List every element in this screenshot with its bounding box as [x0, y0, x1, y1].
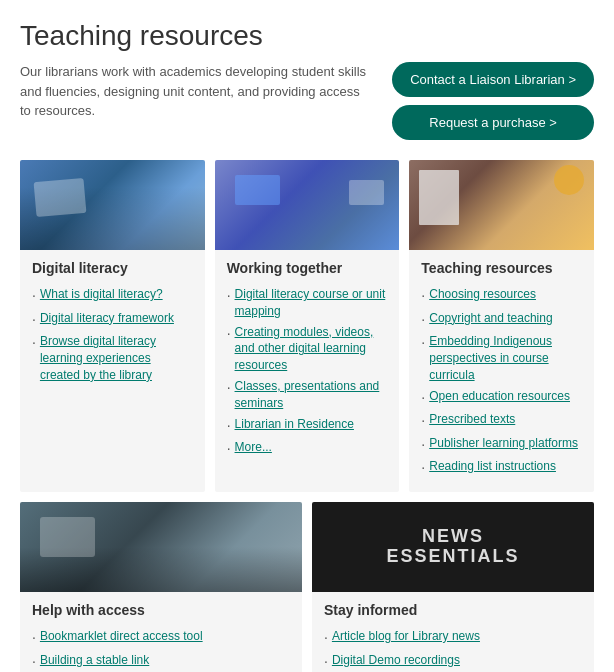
digital-literacy-links: What is digital literacy? Digital litera… — [32, 284, 193, 386]
link-prescribed-texts[interactable]: Prescribed texts — [429, 411, 515, 428]
link-digital-literacy-framework[interactable]: Digital literacy framework — [40, 310, 174, 327]
list-item: Librarian in Residence — [227, 414, 388, 438]
header-description: Our librarians work with academics devel… — [20, 62, 372, 121]
list-item: Publisher learning platforms — [421, 433, 582, 457]
link-reading-list[interactable]: Reading list instructions — [429, 458, 556, 475]
link-choosing-resources[interactable]: Choosing resources — [429, 286, 536, 303]
stay-informed-image: NEWSESSENTIALS — [312, 502, 594, 592]
list-item: Reading list instructions — [421, 456, 582, 480]
list-item: Article blog for Library news — [324, 626, 582, 650]
list-item: Bookmarklet direct access tool — [32, 626, 290, 650]
card-teaching-resources-content: Teaching resources Choosing resources Co… — [409, 250, 594, 492]
card-digital-literacy-title: Digital literacy — [32, 260, 193, 276]
list-item: More... — [227, 437, 388, 461]
card-working-together-content: Working together Digital literacy course… — [215, 250, 400, 473]
link-stable-link[interactable]: Building a stable link — [40, 652, 149, 669]
card-stay-informed: NEWSESSENTIALS Stay informed Article blo… — [312, 502, 594, 672]
list-item: Digital literacy framework — [32, 308, 193, 332]
list-item: Prescribed texts — [421, 409, 582, 433]
list-item: What is digital literacy? — [32, 284, 193, 308]
list-item: Choosing resources — [421, 284, 582, 308]
request-purchase-button[interactable]: Request a purchase > — [392, 105, 594, 140]
link-more[interactable]: More... — [235, 439, 272, 456]
list-item: Digital Demo recordings — [324, 650, 582, 672]
card-digital-literacy: Digital literacy What is digital literac… — [20, 160, 205, 492]
link-digital-demo[interactable]: Digital Demo recordings — [332, 652, 460, 669]
list-item: Copyright and teaching — [421, 308, 582, 332]
link-bookmarklet[interactable]: Bookmarklet direct access tool — [40, 628, 203, 645]
list-item: Open education resources — [421, 386, 582, 410]
page-title: Teaching resources — [20, 20, 594, 52]
card-working-together-title: Working together — [227, 260, 388, 276]
card-stay-informed-content: Stay informed Article blog for Library n… — [312, 592, 594, 672]
card-stay-informed-title: Stay informed — [324, 602, 582, 618]
list-item: Creating modules, videos, and other digi… — [227, 322, 388, 376]
card-help-access-content: Help with access Bookmarklet direct acce… — [20, 592, 302, 672]
card-teaching-resources: Teaching resources Choosing resources Co… — [409, 160, 594, 492]
help-access-links: Bookmarklet direct access tool Building … — [32, 626, 290, 672]
link-open-education[interactable]: Open education resources — [429, 388, 570, 405]
teaching-resources-links: Choosing resources Copyright and teachin… — [421, 284, 582, 480]
contact-librarian-button[interactable]: Contact a Liaison Librarian > — [392, 62, 594, 97]
bottom-cards-grid: Help with access Bookmarklet direct acce… — [20, 502, 594, 672]
list-item: Digital literacy course or unit mapping — [227, 284, 388, 322]
list-item: Classes, presentations and seminars — [227, 376, 388, 414]
card-digital-literacy-content: Digital literacy What is digital literac… — [20, 250, 205, 398]
help-access-image — [20, 502, 302, 592]
link-publisher-platforms[interactable]: Publisher learning platforms — [429, 435, 578, 452]
list-item: Embedding Indigenous perspectives in cou… — [421, 331, 582, 385]
teaching-resources-image — [409, 160, 594, 250]
top-cards-grid: Digital literacy What is digital literac… — [20, 160, 594, 492]
header-section: Our librarians work with academics devel… — [20, 62, 594, 140]
link-what-is-digital-literacy[interactable]: What is digital literacy? — [40, 286, 163, 303]
header-buttons: Contact a Liaison Librarian > Request a … — [392, 62, 594, 140]
stay-informed-links: Article blog for Library news Digital De… — [324, 626, 582, 672]
card-teaching-resources-title: Teaching resources — [421, 260, 582, 276]
link-indigenous-perspectives[interactable]: Embedding Indigenous perspectives in cou… — [429, 333, 582, 383]
link-creating-modules[interactable]: Creating modules, videos, and other digi… — [235, 324, 388, 374]
news-image-text: NEWSESSENTIALS — [386, 527, 519, 567]
digital-literacy-image — [20, 160, 205, 250]
link-librarian-residence[interactable]: Librarian in Residence — [235, 416, 354, 433]
link-article-blog[interactable]: Article blog for Library news — [332, 628, 480, 645]
link-classes-presentations[interactable]: Classes, presentations and seminars — [235, 378, 388, 412]
card-working-together: Working together Digital literacy course… — [215, 160, 400, 492]
link-digital-literacy-course[interactable]: Digital literacy course or unit mapping — [235, 286, 388, 320]
link-browse-digital-literacy[interactable]: Browse digital literacy learning experie… — [40, 333, 193, 383]
working-together-links: Digital literacy course or unit mapping … — [227, 284, 388, 461]
card-help-access: Help with access Bookmarklet direct acce… — [20, 502, 302, 672]
list-item: Building a stable link — [32, 650, 290, 672]
card-help-access-title: Help with access — [32, 602, 290, 618]
link-copyright-teaching[interactable]: Copyright and teaching — [429, 310, 552, 327]
list-item: Browse digital literacy learning experie… — [32, 331, 193, 385]
working-together-image — [215, 160, 400, 250]
